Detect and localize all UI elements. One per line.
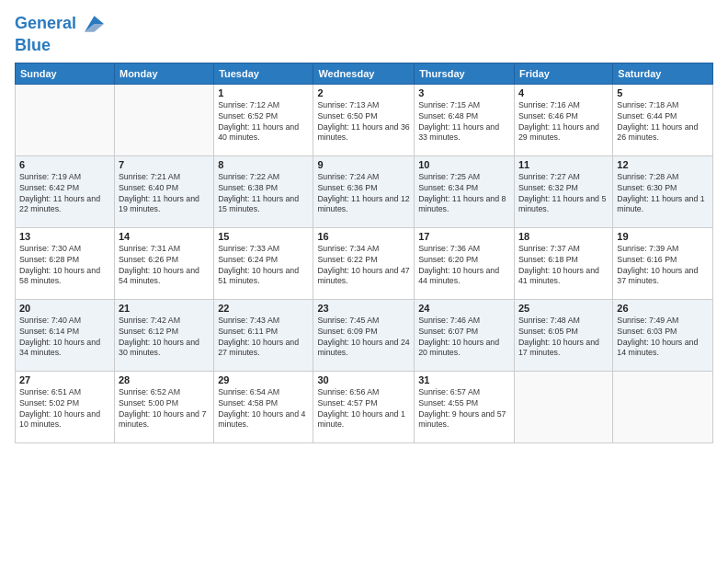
calendar-cell: 24Sunrise: 7:46 AM Sunset: 6:07 PM Dayli… bbox=[415, 299, 515, 371]
day-number: 27 bbox=[19, 374, 110, 385]
calendar-week-row: 13Sunrise: 7:30 AM Sunset: 6:28 PM Dayli… bbox=[16, 227, 713, 299]
calendar-cell: 10Sunrise: 7:25 AM Sunset: 6:34 PM Dayli… bbox=[415, 155, 515, 227]
day-info: Sunrise: 7:49 AM Sunset: 6:03 PM Dayligh… bbox=[617, 316, 709, 360]
day-number: 8 bbox=[218, 159, 309, 170]
calendar-cell: 8Sunrise: 7:22 AM Sunset: 6:38 PM Daylig… bbox=[214, 155, 313, 227]
day-number: 15 bbox=[218, 231, 309, 242]
day-info: Sunrise: 6:56 AM Sunset: 4:57 PM Dayligh… bbox=[317, 387, 410, 431]
day-info: Sunrise: 7:31 AM Sunset: 6:26 PM Dayligh… bbox=[119, 244, 210, 288]
calendar-cell: 1Sunrise: 7:12 AM Sunset: 6:52 PM Daylig… bbox=[214, 84, 313, 155]
calendar-cell: 19Sunrise: 7:39 AM Sunset: 6:16 PM Dayli… bbox=[613, 227, 713, 299]
calendar-cell: 9Sunrise: 7:24 AM Sunset: 6:36 PM Daylig… bbox=[313, 155, 415, 227]
weekday-header: Tuesday bbox=[214, 63, 313, 84]
logo-icon bbox=[78, 11, 104, 37]
calendar-cell: 7Sunrise: 7:21 AM Sunset: 6:40 PM Daylig… bbox=[114, 155, 213, 227]
calendar-cell bbox=[114, 84, 213, 155]
day-info: Sunrise: 7:43 AM Sunset: 6:11 PM Dayligh… bbox=[218, 316, 309, 360]
day-info: Sunrise: 7:36 AM Sunset: 6:20 PM Dayligh… bbox=[418, 244, 510, 288]
day-number: 3 bbox=[418, 87, 510, 98]
day-number: 10 bbox=[418, 159, 510, 170]
day-number: 4 bbox=[518, 87, 609, 98]
calendar-week-row: 1Sunrise: 7:12 AM Sunset: 6:52 PM Daylig… bbox=[16, 84, 713, 155]
day-info: Sunrise: 7:16 AM Sunset: 6:46 PM Dayligh… bbox=[518, 100, 609, 144]
day-number: 24 bbox=[418, 303, 510, 314]
day-info: Sunrise: 7:21 AM Sunset: 6:40 PM Dayligh… bbox=[119, 172, 210, 216]
calendar-cell: 13Sunrise: 7:30 AM Sunset: 6:28 PM Dayli… bbox=[16, 227, 115, 299]
day-info: Sunrise: 7:19 AM Sunset: 6:42 PM Dayligh… bbox=[19, 172, 110, 216]
weekday-header: Saturday bbox=[613, 63, 713, 84]
day-number: 29 bbox=[218, 374, 309, 385]
day-info: Sunrise: 7:24 AM Sunset: 6:36 PM Dayligh… bbox=[317, 172, 410, 216]
day-number: 18 bbox=[518, 231, 609, 242]
day-number: 9 bbox=[317, 159, 410, 170]
day-number: 25 bbox=[518, 303, 609, 314]
calendar-cell: 26Sunrise: 7:49 AM Sunset: 6:03 PM Dayli… bbox=[613, 299, 713, 371]
day-number: 11 bbox=[518, 159, 609, 170]
day-info: Sunrise: 7:18 AM Sunset: 6:44 PM Dayligh… bbox=[617, 100, 709, 144]
calendar-table: SundayMondayTuesdayWednesdayThursdayFrid… bbox=[15, 63, 713, 443]
calendar-cell bbox=[16, 84, 115, 155]
day-info: Sunrise: 7:28 AM Sunset: 6:30 PM Dayligh… bbox=[617, 172, 709, 216]
calendar-cell: 5Sunrise: 7:18 AM Sunset: 6:44 PM Daylig… bbox=[613, 84, 713, 155]
calendar-cell: 2Sunrise: 7:13 AM Sunset: 6:50 PM Daylig… bbox=[313, 84, 415, 155]
calendar-cell: 21Sunrise: 7:42 AM Sunset: 6:12 PM Dayli… bbox=[114, 299, 213, 371]
calendar-header-row: SundayMondayTuesdayWednesdayThursdayFrid… bbox=[16, 63, 713, 84]
calendar-cell: 22Sunrise: 7:43 AM Sunset: 6:11 PM Dayli… bbox=[214, 299, 313, 371]
calendar-cell bbox=[514, 371, 612, 442]
calendar-week-row: 6Sunrise: 7:19 AM Sunset: 6:42 PM Daylig… bbox=[16, 155, 713, 227]
day-info: Sunrise: 7:39 AM Sunset: 6:16 PM Dayligh… bbox=[617, 244, 709, 288]
weekday-header: Monday bbox=[114, 63, 213, 84]
day-number: 2 bbox=[317, 87, 410, 98]
calendar-cell: 3Sunrise: 7:15 AM Sunset: 6:48 PM Daylig… bbox=[415, 84, 515, 155]
day-info: Sunrise: 6:52 AM Sunset: 5:00 PM Dayligh… bbox=[119, 387, 210, 431]
day-number: 17 bbox=[418, 231, 510, 242]
weekday-header: Sunday bbox=[16, 63, 115, 84]
day-number: 14 bbox=[119, 231, 210, 242]
day-number: 22 bbox=[218, 303, 309, 314]
calendar-cell: 25Sunrise: 7:48 AM Sunset: 6:05 PM Dayli… bbox=[514, 299, 612, 371]
calendar-cell: 27Sunrise: 6:51 AM Sunset: 5:02 PM Dayli… bbox=[16, 371, 115, 442]
day-number: 28 bbox=[119, 374, 210, 385]
calendar-cell: 17Sunrise: 7:36 AM Sunset: 6:20 PM Dayli… bbox=[415, 227, 515, 299]
day-info: Sunrise: 7:45 AM Sunset: 6:09 PM Dayligh… bbox=[317, 316, 410, 360]
calendar-cell: 23Sunrise: 7:45 AM Sunset: 6:09 PM Dayli… bbox=[313, 299, 415, 371]
day-number: 12 bbox=[617, 159, 709, 170]
calendar-cell: 18Sunrise: 7:37 AM Sunset: 6:18 PM Dayli… bbox=[514, 227, 612, 299]
calendar-cell: 20Sunrise: 7:40 AM Sunset: 6:14 PM Dayli… bbox=[16, 299, 115, 371]
day-number: 13 bbox=[19, 231, 110, 242]
day-info: Sunrise: 7:42 AM Sunset: 6:12 PM Dayligh… bbox=[119, 316, 210, 360]
calendar-week-row: 20Sunrise: 7:40 AM Sunset: 6:14 PM Dayli… bbox=[16, 299, 713, 371]
calendar-cell: 6Sunrise: 7:19 AM Sunset: 6:42 PM Daylig… bbox=[16, 155, 115, 227]
day-info: Sunrise: 7:25 AM Sunset: 6:34 PM Dayligh… bbox=[418, 172, 510, 216]
day-number: 7 bbox=[119, 159, 210, 170]
calendar-cell: 29Sunrise: 6:54 AM Sunset: 4:58 PM Dayli… bbox=[214, 371, 313, 442]
weekday-header: Thursday bbox=[415, 63, 515, 84]
day-number: 6 bbox=[19, 159, 110, 170]
calendar-cell: 12Sunrise: 7:28 AM Sunset: 6:30 PM Dayli… bbox=[613, 155, 713, 227]
calendar-week-row: 27Sunrise: 6:51 AM Sunset: 5:02 PM Dayli… bbox=[16, 371, 713, 442]
day-number: 31 bbox=[418, 374, 510, 385]
day-number: 30 bbox=[317, 374, 410, 385]
day-info: Sunrise: 7:30 AM Sunset: 6:28 PM Dayligh… bbox=[19, 244, 110, 288]
day-number: 16 bbox=[317, 231, 410, 242]
day-info: Sunrise: 6:51 AM Sunset: 5:02 PM Dayligh… bbox=[19, 387, 110, 431]
day-info: Sunrise: 6:54 AM Sunset: 4:58 PM Dayligh… bbox=[218, 387, 309, 431]
day-info: Sunrise: 6:57 AM Sunset: 4:55 PM Dayligh… bbox=[418, 387, 510, 431]
calendar-cell bbox=[613, 371, 713, 442]
day-info: Sunrise: 7:27 AM Sunset: 6:32 PM Dayligh… bbox=[518, 172, 609, 216]
logo-text: General bbox=[15, 15, 76, 33]
day-info: Sunrise: 7:37 AM Sunset: 6:18 PM Dayligh… bbox=[518, 244, 609, 288]
day-number: 26 bbox=[617, 303, 709, 314]
logo: General Blue bbox=[15, 11, 104, 55]
weekday-header: Wednesday bbox=[313, 63, 415, 84]
day-info: Sunrise: 7:15 AM Sunset: 6:48 PM Dayligh… bbox=[418, 100, 510, 144]
day-number: 1 bbox=[218, 87, 309, 98]
day-info: Sunrise: 7:12 AM Sunset: 6:52 PM Dayligh… bbox=[218, 100, 309, 144]
calendar-cell: 14Sunrise: 7:31 AM Sunset: 6:26 PM Dayli… bbox=[114, 227, 213, 299]
calendar-cell: 11Sunrise: 7:27 AM Sunset: 6:32 PM Dayli… bbox=[514, 155, 612, 227]
day-info: Sunrise: 7:22 AM Sunset: 6:38 PM Dayligh… bbox=[218, 172, 309, 216]
day-number: 19 bbox=[617, 231, 709, 242]
day-info: Sunrise: 7:40 AM Sunset: 6:14 PM Dayligh… bbox=[19, 316, 110, 360]
day-number: 5 bbox=[617, 87, 709, 98]
calendar-cell: 4Sunrise: 7:16 AM Sunset: 6:46 PM Daylig… bbox=[514, 84, 612, 155]
